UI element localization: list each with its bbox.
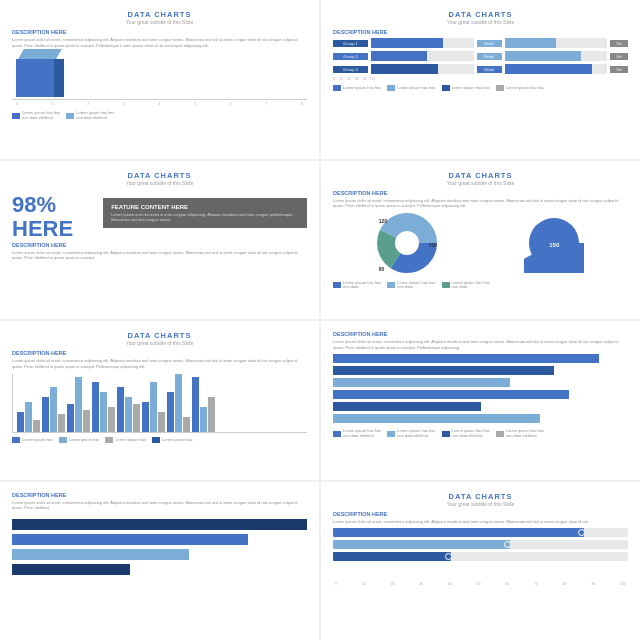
hbar3-fill-4 xyxy=(12,564,130,575)
legend-box-2b xyxy=(387,85,395,91)
hbar-track-2a xyxy=(371,51,474,61)
legend-item-1: Lorem ipsum hac hacnon data eleifend xyxy=(12,111,60,121)
legend-item-2d: Lorem ipsum hac hac xyxy=(496,85,544,91)
legend-item-4a: Lorem ipsum hac hacnon data xyxy=(333,281,381,291)
slide5-subtitle: Your great subtitle of this Slide xyxy=(12,340,307,346)
legend-box-4b xyxy=(387,282,395,288)
slide5-legend: Lorem ipsum hac Lorem ipsum hac Lorem ip… xyxy=(12,437,307,443)
slide3-content: 98% HERE FEATURE CONTENT HERE Lorem ipsu… xyxy=(12,194,307,242)
legend-item-5c: Lorem ipsum hac xyxy=(105,437,146,443)
svg-point-3 xyxy=(395,231,419,255)
big-percent: 98% xyxy=(12,194,73,216)
hbar-track-2b xyxy=(505,51,608,61)
vbar-2a xyxy=(42,397,49,432)
vbar-1a xyxy=(17,412,24,432)
vbar-4c xyxy=(108,407,115,432)
slide2-axis: 0 10 20 30 40 50 xyxy=(333,77,628,81)
vbar-6b xyxy=(150,382,157,432)
pie2-label: 150 xyxy=(549,242,559,248)
legend-item-4c: Lorem ipsum hac hacnon data xyxy=(442,281,490,291)
slide1-legend: Lorem ipsum hac hacnon data eleifend Lor… xyxy=(12,111,307,121)
slide1-subtitle: Your great subtitle of this Slide xyxy=(12,19,307,25)
slide4-title: DATA CHARTS xyxy=(333,171,628,180)
slide5-desc-label: DESCRIPTION HERE xyxy=(12,350,307,356)
slide6-legend: Lorem ipsum hac hacnon data eleifend Lor… xyxy=(333,429,628,439)
slide4-legend: Lorem ipsum hac hacnon data Lorem ipsum … xyxy=(333,281,628,291)
vbar-2b xyxy=(50,387,57,432)
lc-axis: 0 10 20 30 40 50 60 70 80 90 100 xyxy=(333,582,628,586)
hbar-row-1: Group 1 Detail Val xyxy=(333,38,628,48)
lc-dot-1 xyxy=(578,529,585,536)
legend-item-5b: Lorem ipsum hac xyxy=(59,437,100,443)
slide8-desc-label: DESCRIPTION HERE xyxy=(333,511,628,517)
pie-chart-1: 120 80 150 xyxy=(377,213,437,277)
lc-dot-3 xyxy=(445,553,452,560)
vbar-group-8 xyxy=(192,377,215,432)
hbar2-fill-3 xyxy=(333,378,510,387)
slide-5: DATA CHARTS Your great subtitle of this … xyxy=(0,321,319,480)
hbar3-fill-3 xyxy=(12,549,189,560)
hbar2-row-2 xyxy=(333,366,628,375)
legend-box-2 xyxy=(66,113,74,119)
legend-item-6c: Lorem ipsum hac hacnon data eleifend xyxy=(442,429,490,439)
feature-title: FEATURE CONTENT HERE xyxy=(111,204,299,210)
legend-item-5d: Lorem ipsum hac xyxy=(152,437,193,443)
bar3d-main xyxy=(16,52,71,97)
hbar3-row-2 xyxy=(12,534,307,545)
slide1-desc-label: DESCRIPTION HERE xyxy=(12,29,307,35)
hbar2-fill-2 xyxy=(333,366,554,375)
hbar2-row-1 xyxy=(333,354,628,363)
legend-box-5a xyxy=(12,437,20,443)
pie1-label-150: 150 xyxy=(428,242,436,248)
vbar-group-7 xyxy=(167,374,190,432)
vbar-group-1 xyxy=(17,402,40,432)
vbar-3c xyxy=(83,410,90,432)
hbar2-row-4 xyxy=(333,390,628,399)
slide3-right: FEATURE CONTENT HERE Lorem ipsum and nis… xyxy=(73,194,307,242)
big-here: HERE xyxy=(12,216,73,242)
slide8-subtitle: Your great subtitle of this Slide xyxy=(333,501,628,507)
hbar3-fill-2 xyxy=(12,534,248,545)
slide-3: DATA CHARTS Your great subtitle of this … xyxy=(0,161,319,320)
slide1-chart: 0 1 2 3 4 5 6 7 8 xyxy=(12,52,307,107)
hbar-track-1a xyxy=(371,38,474,48)
vbar-4a xyxy=(92,382,99,432)
slide7-desc-label: DESCRIPTION HERE xyxy=(12,492,307,498)
slide2-legend: Lorem ipsum hac hac Lorem ipsum hac hac … xyxy=(333,85,628,91)
legend-item-2b: Lorem ipsum hac hac xyxy=(387,85,435,91)
hbar-label-2a: Group 2 xyxy=(333,53,368,60)
hbar2-fill-6 xyxy=(333,414,540,423)
legend-text-1: Lorem ipsum hac hacnon data eleifend xyxy=(22,111,60,121)
hbar-label-3b: Detail xyxy=(477,66,502,73)
slide2-subtitle: Your great subtitle of this Slide xyxy=(333,19,628,25)
hbar-label-2b: Detail xyxy=(477,53,502,60)
hbar-track-1b xyxy=(505,38,608,48)
hbar-label-1b: Detail xyxy=(477,40,502,47)
hbar2-fill-4 xyxy=(333,390,569,399)
legend-box-4a xyxy=(333,282,341,288)
hbar3-row-4 xyxy=(12,564,307,575)
hbar-label-1a: Group 1 xyxy=(333,40,368,47)
bar3d-front xyxy=(16,59,54,97)
hbar2-row-5 xyxy=(333,402,628,411)
legend-item-5a: Lorem ipsum hac xyxy=(12,437,53,443)
slide3-subtitle: Your great subtitle of this Slide xyxy=(12,180,307,186)
vbar-group-5 xyxy=(117,387,140,432)
slide2-title: DATA CHARTS xyxy=(333,10,628,19)
slide4-pie-area: 120 80 150 150 xyxy=(333,213,628,277)
slide-8: DATA CHARTS Your great subtitle of this … xyxy=(321,482,640,641)
legend-item-2a: Lorem ipsum hac hac xyxy=(333,85,381,91)
slide3-desc-label: DESCRIPTION HERE xyxy=(12,242,307,248)
slide-6: DESCRIPTION HERE Lorem ipsum dolor sit a… xyxy=(321,321,640,480)
legend-item-2: Lorem ipsum hac hacnon data eleifend xyxy=(66,111,114,121)
hbar-fill-1a xyxy=(371,38,443,48)
legend-box-5d xyxy=(152,437,160,443)
legend-item-2c: Lorem ipsum hac hac xyxy=(442,85,490,91)
lc-fill-2 xyxy=(333,540,510,549)
pie-chart-2: 150 xyxy=(524,213,584,277)
vbar-group-6 xyxy=(142,382,165,432)
vbar-7a xyxy=(167,392,174,432)
hbar-fill-2a xyxy=(371,51,427,61)
hbar3-row-3 xyxy=(12,549,307,560)
legend-box-1 xyxy=(12,113,20,119)
